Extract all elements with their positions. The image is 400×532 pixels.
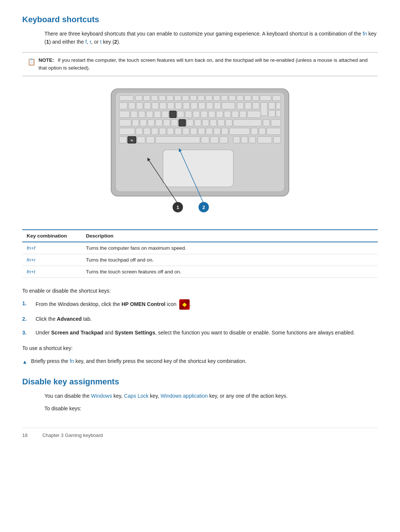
svg-rect-72	[218, 119, 224, 126]
svg-rect-91	[251, 128, 258, 135]
svg-rect-69	[194, 119, 201, 126]
svg-rect-108	[163, 150, 233, 187]
caps-lock-link[interactable]: Caps Lock	[124, 393, 149, 399]
svg-rect-75	[263, 119, 270, 126]
svg-rect-71	[210, 119, 217, 126]
svg-rect-32	[206, 102, 213, 109]
r-key-link[interactable]: r	[90, 39, 91, 45]
svg-rect-27	[167, 102, 174, 109]
windows-application-link[interactable]: Windows application	[160, 393, 208, 399]
svg-rect-6	[159, 95, 166, 101]
svg-rect-3	[136, 95, 142, 101]
step-3-content: Under Screen and Trackpad and System Set…	[36, 329, 378, 337]
footer: 18 Chapter 3 Gaming keyboard	[22, 428, 378, 438]
enable-disable-intro: To enable or disable the shortcut keys:	[22, 287, 378, 295]
svg-rect-30	[191, 102, 197, 109]
svg-rect-98	[146, 137, 154, 143]
svg-rect-46	[162, 111, 169, 118]
shortcut-table: Key combination Description fn+f Turns t…	[22, 229, 378, 278]
svg-rect-9	[182, 95, 189, 101]
svg-rect-54	[224, 111, 231, 118]
svg-rect-74	[233, 119, 261, 126]
f-key-link[interactable]: f	[86, 39, 87, 45]
svg-rect-87	[206, 128, 213, 135]
svg-rect-14	[221, 95, 228, 101]
svg-rect-21	[119, 102, 127, 109]
svg-rect-39	[269, 102, 275, 109]
screen-trackpad-text: Screen and Trackpad	[51, 330, 103, 336]
table-row: fn+r Turns the touchpad off and on.	[22, 254, 378, 266]
svg-rect-99	[156, 137, 200, 143]
keyboard-svg: fn 1 2	[100, 85, 300, 226]
svg-rect-55	[232, 111, 239, 118]
svg-rect-53	[216, 111, 223, 118]
note-box: 📋 NOTE: If you restart the computer, the…	[22, 52, 378, 76]
fn-key-link[interactable]: fn	[363, 31, 367, 37]
svg-rect-16	[237, 95, 243, 101]
svg-rect-70	[202, 119, 209, 126]
note-text: If you restart the computer, the touch s…	[39, 57, 368, 71]
svg-rect-77	[119, 128, 135, 135]
svg-rect-41	[119, 111, 130, 118]
svg-rect-65	[163, 119, 170, 126]
svg-rect-57	[247, 111, 261, 118]
table-desc-3: Turns the touch screen features off and …	[81, 266, 378, 277]
svg-rect-10	[190, 95, 197, 101]
svg-rect-76	[271, 119, 281, 126]
table-key-3: fn+t	[22, 266, 81, 277]
table-col1-header: Key combination	[22, 230, 81, 242]
step-1-content: From the Windows desktop, click the HP O…	[36, 299, 378, 310]
svg-rect-56	[240, 111, 246, 118]
keyboard-diagram: fn 1 2	[22, 85, 378, 226]
svg-rect-60	[119, 119, 131, 126]
svg-rect-101	[210, 137, 219, 143]
intro-paragraph: There are three keyboard shortcuts that …	[44, 30, 378, 46]
svg-rect-26	[160, 102, 166, 109]
disable-keys-label: To disable keys:	[44, 404, 378, 413]
svg-rect-68	[187, 119, 193, 126]
t-key-link[interactable]: t	[100, 39, 101, 45]
svg-rect-48	[177, 111, 184, 118]
svg-rect-29	[183, 102, 190, 109]
svg-rect-2	[119, 95, 133, 101]
svg-rect-93	[267, 128, 281, 135]
svg-text:1: 1	[176, 205, 179, 210]
svg-rect-89	[221, 128, 228, 135]
table-desc-2: Turns the touchpad off and on.	[81, 254, 378, 266]
svg-rect-50	[193, 111, 200, 118]
table-col2-header: Description	[81, 230, 378, 242]
svg-rect-8	[174, 95, 181, 101]
svg-rect-18	[252, 95, 259, 101]
step-2-content: Click the Advanced tab.	[36, 315, 378, 323]
svg-rect-19	[260, 95, 271, 101]
svg-rect-59	[276, 110, 281, 117]
windows-key-link[interactable]: Windows	[91, 393, 112, 399]
svg-rect-80	[151, 128, 158, 135]
svg-rect-45	[154, 111, 161, 118]
shortcut-use-intro: To use a shortcut key:	[22, 344, 378, 352]
svg-rect-12	[206, 95, 212, 101]
svg-rect-92	[259, 128, 266, 135]
note-label: NOTE:	[39, 57, 54, 63]
fn-link-bullet[interactable]: fn	[70, 358, 74, 364]
svg-rect-61	[132, 119, 139, 126]
svg-rect-73	[226, 119, 232, 126]
svg-rect-5	[151, 95, 158, 101]
svg-rect-33	[214, 102, 221, 109]
svg-rect-37	[253, 102, 259, 109]
hp-omen-control-text: HP OMEN Control	[121, 301, 166, 307]
section2-title: Disable key assignments	[22, 377, 378, 387]
svg-rect-22	[129, 102, 135, 109]
svg-rect-85	[190, 128, 197, 135]
svg-rect-63	[148, 119, 154, 126]
svg-rect-17	[244, 95, 251, 101]
table-key-2: fn+r	[22, 254, 81, 266]
svg-rect-90	[229, 128, 250, 135]
svg-rect-4	[143, 95, 150, 101]
svg-text:fn: fn	[131, 139, 133, 142]
svg-rect-40	[276, 102, 281, 109]
shortcut-bullet-item: ▲ Briefly press the fn key, and then bri…	[22, 357, 378, 366]
step-3: 3. Under Screen and Trackpad and System …	[22, 329, 378, 337]
svg-rect-15	[229, 95, 236, 101]
svg-rect-86	[198, 128, 205, 135]
